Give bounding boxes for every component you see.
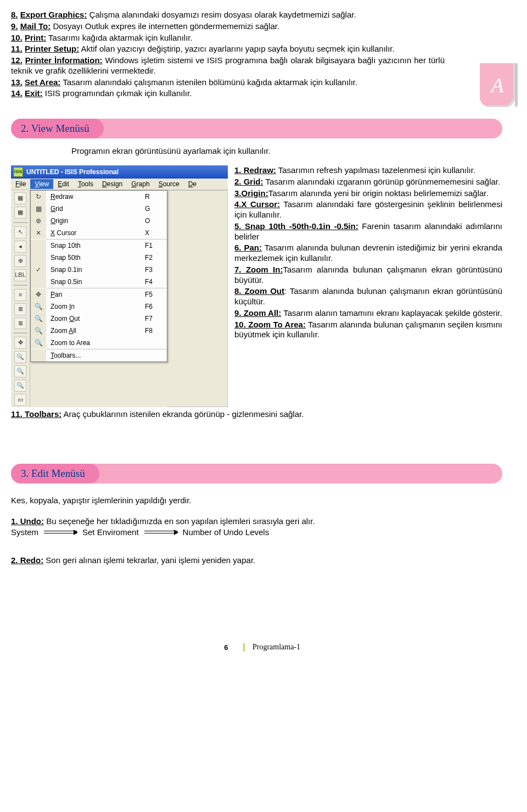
menu-item-icon bbox=[31, 240, 46, 252]
page-number: 6 bbox=[216, 643, 245, 652]
item-9-title: 9. bbox=[11, 21, 18, 31]
menu-item-x-cursor[interactable]: ✕X CursorX bbox=[31, 227, 167, 239]
item-13-title: 13. bbox=[11, 77, 23, 87]
view-desc-item: 9. Zoom All: Tasarım alanın tamamını ekr… bbox=[234, 308, 502, 319]
toolbar-button[interactable]: ✥ bbox=[14, 337, 26, 349]
menu-item-shortcut: R bbox=[145, 193, 167, 201]
toolbar-button[interactable]: ▦ bbox=[14, 192, 26, 204]
menu-item-icon: ⊕ bbox=[31, 215, 46, 227]
menu-item-zoom-all[interactable]: 🔍Zoom AllF8 bbox=[31, 325, 167, 337]
edit-intro-text: Kes, kopyala, yapıştır işlemlerinin yapı… bbox=[11, 496, 505, 506]
undo-title: 1. Undo: bbox=[11, 516, 44, 526]
menu-item-shortcut: F6 bbox=[145, 303, 167, 310]
menu-item-icon: ✕ bbox=[31, 227, 46, 239]
view-desc-item: 4.X Cursor: Tasarım alanındaki fare göst… bbox=[234, 199, 502, 220]
window-titlebar: isis UNTITLED - ISIS Professional bbox=[11, 165, 228, 179]
menu-item-label: Snap 0.5in bbox=[46, 278, 145, 286]
menu-item-shortcut: F4 bbox=[145, 278, 167, 286]
toolbars-line: 11. Toolbars: Araç çubuklarının istenile… bbox=[11, 409, 505, 420]
menubar-item-graph[interactable]: Graph bbox=[127, 179, 154, 189]
file-menu-items: 8. Export Graphics: Çalışma alanındaki d… bbox=[11, 10, 445, 99]
menu-item-icon bbox=[31, 276, 46, 288]
redo-title: 2. Redo: bbox=[11, 555, 43, 565]
menu-item-icon: ▦ bbox=[31, 203, 46, 215]
toolbar-button[interactable]: 🔍 bbox=[14, 365, 26, 377]
toolbar-button[interactable]: ≡ bbox=[14, 289, 26, 301]
menu-item-label: Zoom In bbox=[46, 303, 145, 310]
menu-item-snap-10th[interactable]: Snap 10thF1 bbox=[31, 240, 167, 252]
view-desc-item: 1. Redraw: Tasarımın refresh yapılması t… bbox=[234, 165, 502, 176]
menubar-item-view[interactable]: View bbox=[30, 179, 53, 189]
edit-menu-label: 3. Edit Menüsü bbox=[11, 464, 99, 483]
menubar-item-file[interactable]: File bbox=[11, 179, 30, 189]
menu-item-zoom-out[interactable]: 🔍Zoom OutF7 bbox=[31, 313, 167, 325]
menu-item-label: Zoom to Area bbox=[46, 339, 145, 347]
view-desc-item: 2. Grid: Tasarım alanındaki ızgaranın gö… bbox=[234, 177, 502, 187]
toolbar-button[interactable]: ≣ bbox=[14, 303, 26, 315]
menu-item-icon: 🔍 bbox=[31, 301, 46, 313]
view-desc-item: 3.Origin:Tasarım alanında yeni bir origi… bbox=[234, 188, 502, 199]
toolbar-button[interactable]: ◂ bbox=[14, 241, 26, 253]
menubar-item-edit[interactable]: Edit bbox=[53, 179, 74, 189]
toolbar-button[interactable]: 🔍 bbox=[14, 380, 26, 392]
menu-item-shortcut: F8 bbox=[145, 327, 167, 335]
arrow-icon bbox=[144, 530, 177, 535]
menu-item-label: Snap 0.1in bbox=[46, 266, 145, 274]
menu-item-label: Pan bbox=[46, 291, 145, 298]
view-desc-item: 10. Zoom To Area: Tasarım alanında bulun… bbox=[234, 320, 502, 341]
toolbar-button[interactable]: 🔍 bbox=[14, 351, 26, 363]
left-toolbar: ▦▦↖◂⊕LBL≡≣≣✥🔍🔍🔍▭ bbox=[11, 190, 30, 407]
isis-screenshot: isis UNTITLED - ISIS Professional FileVi… bbox=[11, 165, 228, 407]
menubar: FileViewEditToolsDesignGraphSourceDe bbox=[11, 179, 228, 190]
menu-item-origin[interactable]: ⊕OriginO bbox=[31, 215, 167, 227]
toolbar-button[interactable]: ⊕ bbox=[14, 255, 26, 267]
view-desc-item: 8. Zoom Out: Tasarım alanında bulunan ça… bbox=[234, 286, 502, 307]
edit-menu-header: 3. Edit Menüsü bbox=[11, 464, 502, 483]
menu-item-shortcut: O bbox=[145, 217, 167, 225]
side-tab-a: A bbox=[480, 63, 515, 107]
menu-item-label: Origin bbox=[46, 217, 145, 225]
item-14-title: 14. bbox=[11, 88, 23, 98]
window-title: UNTITLED - ISIS Professional bbox=[26, 168, 119, 176]
menu-item-shortcut: F2 bbox=[145, 254, 167, 262]
menu-item-icon: ✓ bbox=[31, 264, 46, 276]
menu-item-grid[interactable]: ▦GridG bbox=[31, 203, 167, 215]
menubar-item-tools[interactable]: Tools bbox=[74, 179, 98, 189]
toolbar-button[interactable]: ▦ bbox=[14, 207, 26, 219]
item-8-title: 8. bbox=[11, 10, 18, 19]
menubar-item-source[interactable]: Source bbox=[154, 179, 184, 189]
menu-item-label: Grid bbox=[46, 205, 145, 213]
menu-item-zoom-in[interactable]: 🔍Zoom InF6 bbox=[31, 301, 167, 313]
menu-item-shortcut: F3 bbox=[145, 266, 167, 274]
menu-item-icon: ✥ bbox=[31, 288, 46, 301]
toolbar-button[interactable]: LBL bbox=[14, 269, 26, 281]
view-menu-header: 2. View Menüsü bbox=[11, 119, 502, 138]
menubar-item-design[interactable]: Design bbox=[98, 179, 127, 189]
menu-item-zoom-to-area[interactable]: 🔍Zoom to Area bbox=[31, 337, 167, 349]
menu-item-icon: 🔍 bbox=[31, 337, 46, 349]
item-11-title: 11. bbox=[11, 44, 23, 53]
menu-item-snap-0-5in[interactable]: Snap 0.5inF4 bbox=[31, 276, 167, 288]
menu-item-label: Snap 50th bbox=[46, 254, 145, 262]
menu-item-snap-0-1in[interactable]: ✓Snap 0.1inF3 bbox=[31, 264, 167, 276]
menu-item-toolbars-[interactable]: Toolbars... bbox=[31, 349, 167, 361]
menu-item-shortcut: F1 bbox=[145, 242, 167, 249]
view-dropdown: ↻RedrawR▦GridG⊕OriginO✕X CursorXSnap 10t… bbox=[30, 190, 167, 362]
isis-logo-icon: isis bbox=[13, 167, 23, 177]
toolbar-button[interactable]: ▭ bbox=[14, 394, 26, 406]
menu-item-label: Redraw bbox=[46, 193, 145, 201]
item-11-toolbars-title: 11. Toolbars: bbox=[11, 409, 61, 419]
menubar-item-de[interactable]: De bbox=[184, 179, 201, 189]
menu-item-snap-50th[interactable]: Snap 50thF2 bbox=[31, 252, 167, 264]
menu-item-icon: ↻ bbox=[31, 191, 46, 203]
toolbar-button[interactable]: ↖ bbox=[14, 226, 26, 238]
menu-item-icon: 🔍 bbox=[31, 313, 46, 325]
menu-item-icon bbox=[31, 349, 46, 361]
toolbar-button[interactable]: ≣ bbox=[14, 318, 26, 330]
undo-path: System Set Enviroment Number of Undo Lev… bbox=[11, 527, 505, 537]
item-10-title: 10. bbox=[11, 33, 23, 42]
menu-item-pan[interactable]: ✥PanF5 bbox=[31, 288, 167, 301]
edit-menu-body: Kes, kopyala, yapıştır işlemlerinin yapı… bbox=[11, 496, 505, 566]
menu-item-icon bbox=[31, 252, 46, 264]
menu-item-redraw[interactable]: ↻RedrawR bbox=[31, 191, 167, 203]
